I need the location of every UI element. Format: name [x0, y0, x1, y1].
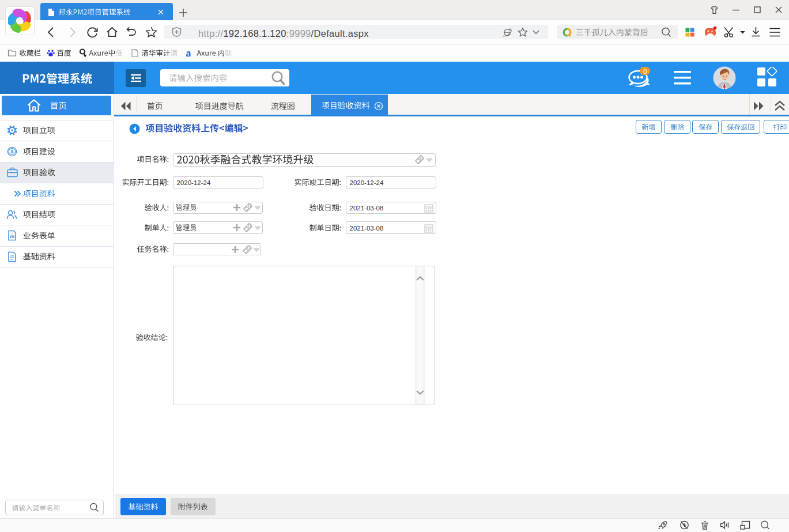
svg-text:$: $	[10, 149, 13, 154]
